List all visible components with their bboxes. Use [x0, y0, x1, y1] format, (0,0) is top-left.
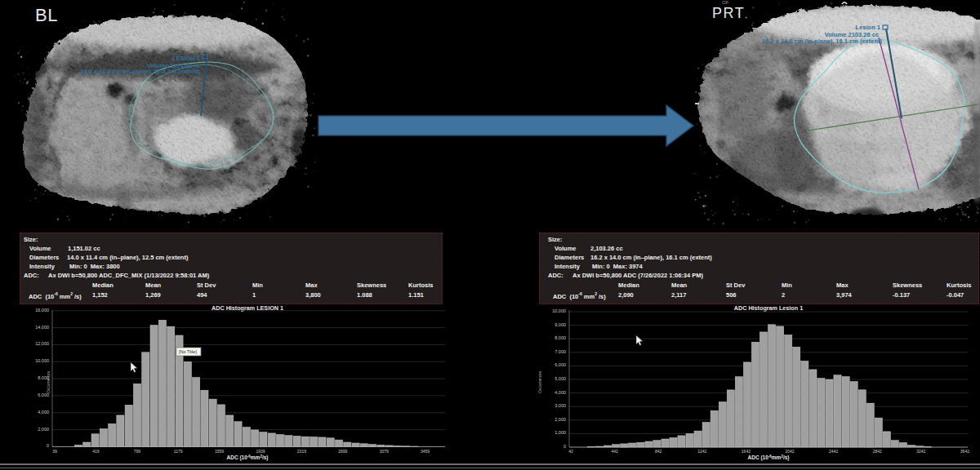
svg-text:2319: 2319: [297, 449, 306, 454]
svg-text:10,000: 10,000: [552, 308, 566, 313]
svg-text:2,000: 2,000: [555, 417, 566, 422]
svg-text:0: 0: [47, 443, 49, 448]
svg-text:5,000: 5,000: [555, 376, 566, 381]
svg-text:3079: 3079: [380, 449, 389, 454]
svg-text:842: 842: [655, 449, 662, 454]
svg-text:8,000: 8,000: [555, 335, 566, 340]
svg-text:ADC (10-6mm2/s): ADC (10-6mm2/s): [227, 454, 269, 461]
svg-text:1939: 1939: [256, 449, 265, 454]
svg-text:Occurrences: Occurrences: [538, 370, 542, 393]
svg-text:16,000: 16,000: [35, 308, 49, 313]
svg-text:3642: 3642: [960, 449, 969, 454]
svg-text:419: 419: [92, 449, 100, 454]
svg-text:799: 799: [134, 449, 141, 454]
svg-text:4,000: 4,000: [38, 410, 49, 415]
svg-text:1642: 1642: [742, 449, 751, 454]
svg-text:39: 39: [52, 449, 57, 454]
svg-text:2699: 2699: [338, 449, 347, 454]
svg-text:3242: 3242: [916, 449, 925, 454]
svg-text:3459: 3459: [421, 449, 430, 454]
svg-text:16.2 x 14.0 cm (in-plane), 16.: 16.2 x 14.0 cm (in-plane), 16.1 cm (exte…: [762, 38, 883, 45]
svg-text:9,000: 9,000: [555, 322, 566, 327]
svg-text:1,000: 1,000: [555, 430, 566, 435]
svg-text:2442: 2442: [829, 449, 838, 454]
svg-text:2042: 2042: [785, 449, 794, 454]
svg-text:1559: 1559: [215, 449, 224, 454]
svg-text:2842: 2842: [873, 449, 882, 454]
svg-text:1242: 1242: [697, 449, 706, 454]
svg-text:2,000: 2,000: [38, 427, 49, 432]
svg-text:4,000: 4,000: [555, 390, 566, 395]
svg-text:442: 442: [611, 449, 618, 454]
svg-text:1179: 1179: [174, 449, 183, 454]
svg-text:6,000: 6,000: [555, 362, 566, 367]
svg-text:12,000: 12,000: [35, 341, 49, 346]
svg-text:ADC (10-6mm2/s): ADC (10-6mm2/s): [748, 454, 790, 461]
svg-text:[No Title]: [No Title]: [179, 349, 197, 354]
svg-text:14,000: 14,000: [35, 325, 49, 330]
svg-text:7,000: 7,000: [555, 349, 566, 354]
svg-text:42: 42: [568, 449, 573, 454]
svg-text:Occurrences: Occurrences: [47, 370, 51, 393]
svg-text:LESION 1: LESION 1: [172, 55, 200, 62]
svg-text:ADC Histogram Lesion 1: ADC Histogram Lesion 1: [734, 304, 803, 312]
svg-text:10,000: 10,000: [35, 358, 49, 363]
svg-text:14.0 x 11.4 cm (in-plane), 12.: 14.0 x 11.4 cm (in-plane), 12.5 cm (exte…: [80, 68, 200, 75]
svg-text:0: 0: [564, 444, 566, 449]
svg-text:3,000: 3,000: [555, 403, 566, 408]
